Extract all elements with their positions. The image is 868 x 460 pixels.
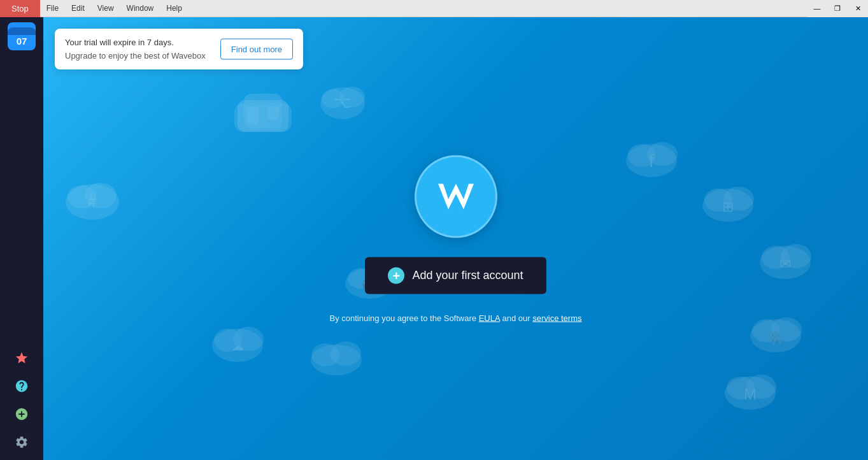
trello-cloud-icon xyxy=(234,87,292,138)
add-first-account-button[interactable]: + Add your first account xyxy=(365,257,546,294)
menu-window[interactable]: Window xyxy=(120,0,160,17)
menu-edit[interactable]: Edit xyxy=(65,0,91,17)
menu-bar: File Edit View Window Help xyxy=(40,0,189,17)
office-cloud-icon: ⊞ xyxy=(699,173,757,226)
email-cloud-icon: ✉ xyxy=(757,231,814,283)
svg-text:⌥: ⌥ xyxy=(334,94,352,111)
slack-cloud-icon: # xyxy=(62,170,123,224)
main-content: Your trial will expire in 7 days. Upgrad… xyxy=(43,17,868,460)
svg-text:f: f xyxy=(649,151,654,171)
calendar-header xyxy=(8,27,36,35)
menu-file[interactable]: File xyxy=(40,0,65,17)
svg-text:#: # xyxy=(88,192,97,211)
title-bar: Stop File Edit View Window Help — ❐ ✕ xyxy=(0,0,868,17)
svg-rect-4 xyxy=(267,106,279,119)
minimize-button[interactable]: — xyxy=(807,0,827,17)
calendar-day: 07 xyxy=(17,36,27,46)
find-out-more-button[interactable]: Find out more xyxy=(220,39,293,60)
legal-text: By continuing you agree to the Software … xyxy=(329,313,581,322)
svg-rect-2 xyxy=(234,103,292,132)
legal-prefix: By continuing you agree to the Software xyxy=(329,313,478,322)
wavebox-logo xyxy=(415,155,497,238)
add-account-label: Add your first account xyxy=(412,269,523,282)
sidebar-favorites-icon[interactable] xyxy=(9,345,34,371)
sidebar-help-icon[interactable] xyxy=(9,373,34,399)
menu-view[interactable]: View xyxy=(91,0,120,17)
svg-text:🐘: 🐘 xyxy=(767,329,785,346)
gmail-cloud-icon: M xyxy=(722,361,779,413)
app-container: 07 Your trial will expire xyxy=(0,17,868,460)
generic-cloud-icon xyxy=(308,329,365,380)
svg-point-43 xyxy=(331,341,361,366)
add-account-plus-icon: + xyxy=(388,267,404,284)
evernote-cloud-icon: 🐘 xyxy=(747,304,804,356)
svg-text:⊞: ⊞ xyxy=(722,199,734,215)
stop-button[interactable]: Stop xyxy=(0,0,40,17)
calendar-icon[interactable]: 07 xyxy=(8,22,36,50)
maximize-button[interactable]: ❐ xyxy=(827,0,848,17)
svg-marker-44 xyxy=(438,183,474,209)
svg-text:☁: ☁ xyxy=(231,339,244,353)
svg-text:M: M xyxy=(744,385,757,403)
svg-text:✉: ✉ xyxy=(779,256,791,272)
center-content: + Add your first account By continuing y… xyxy=(329,155,581,322)
sidebar: 07 xyxy=(0,17,43,460)
close-button[interactable]: ✕ xyxy=(848,0,868,17)
salesforce-cloud-icon: ☁ xyxy=(209,313,266,366)
title-bar-left: Stop File Edit View Window Help xyxy=(0,0,189,17)
sidebar-settings-icon[interactable] xyxy=(9,429,34,455)
eula-link[interactable]: EULA xyxy=(479,313,500,322)
github-cloud-icon: ⌥ xyxy=(317,75,368,125)
menu-help[interactable]: Help xyxy=(160,0,189,17)
sidebar-add-icon[interactable] xyxy=(9,401,34,427)
window-controls: — ❐ ✕ xyxy=(807,0,868,17)
trial-banner: Your trial will expire in 7 days. Upgrad… xyxy=(55,29,303,69)
svg-rect-3 xyxy=(247,106,259,124)
facebook-cloud-icon: f xyxy=(623,129,680,181)
service-terms-link[interactable]: service terms xyxy=(532,313,581,322)
legal-middle: and our xyxy=(500,313,532,322)
